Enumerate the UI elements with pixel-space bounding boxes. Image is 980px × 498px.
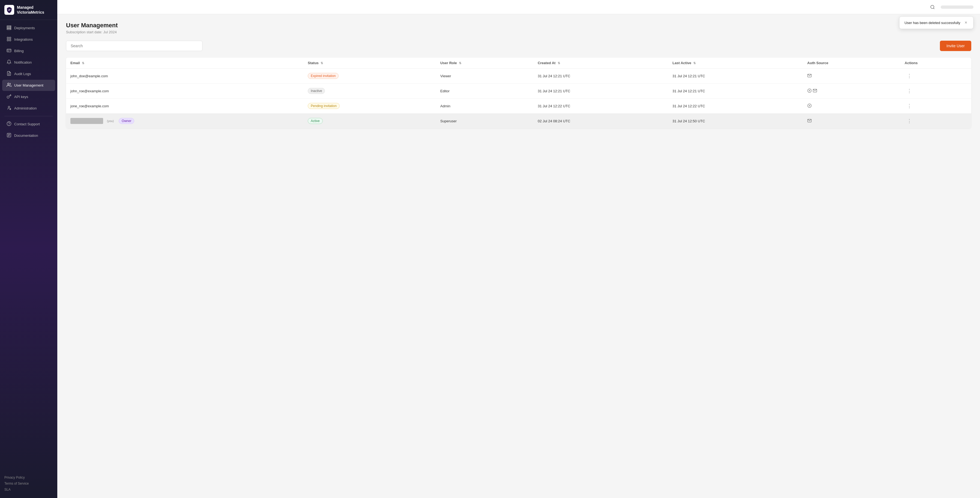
col-actions: Actions	[900, 57, 971, 69]
last-active-cell: 31 Jul 24 12:50 UTC	[668, 113, 803, 129]
sidebar-logo: Managed VictoriaMetrics	[0, 0, 57, 20]
created-sort-icon[interactable]: ⇅	[558, 61, 560, 65]
google-auth-icon	[807, 104, 812, 108]
sidebar-item-audit-logs[interactable]: Audit Logs	[2, 68, 55, 80]
email-cell: john_doe@eample.com	[66, 69, 303, 83]
billing-icon	[6, 48, 11, 54]
email-auth-icon	[807, 73, 812, 78]
logo-icon	[4, 5, 14, 15]
status-cell: Expired invitation	[303, 69, 436, 83]
actions-cell: ⋮	[900, 113, 971, 129]
sidebar-item-api-keys[interactable]: API keys	[2, 91, 55, 102]
status-badge: Pending invitation	[308, 103, 340, 109]
sidebar-item-integrations[interactable]: Integrations	[2, 34, 55, 45]
google-auth-icon	[807, 88, 812, 93]
audit-icon	[6, 71, 11, 77]
search-input[interactable]	[66, 41, 202, 51]
sidebar-item-label: Audit Logs	[14, 72, 31, 76]
sidebar-footer: Privacy Policy Terms of Service SLA	[0, 474, 57, 493]
email-sort-icon[interactable]: ⇅	[82, 61, 84, 65]
col-auth-source: Auth Source	[803, 57, 900, 69]
sidebar-item-label: Documentation	[14, 134, 38, 137]
toolbar: Invite User	[66, 41, 971, 51]
table-body: john_doe@eample.com Expired invitation V…	[66, 69, 971, 129]
email-cell: (you) Owner	[70, 118, 299, 124]
svg-point-17	[7, 122, 11, 126]
toast-notification: User has been deleted successfully ×	[899, 16, 974, 29]
role-sort-icon[interactable]: ⇅	[459, 61, 461, 65]
last-active-cell: 31 Jul 24 12:22 UTC	[668, 99, 803, 113]
svg-line-21	[933, 8, 934, 9]
sidebar-item-administration[interactable]: Administration	[2, 103, 55, 114]
sidebar-item-user-management[interactable]: User Management	[2, 80, 55, 91]
svg-point-5	[10, 29, 11, 29]
support-icon	[6, 121, 11, 127]
status-sort-icon[interactable]: ⇅	[321, 61, 323, 65]
role-cell: Admin	[436, 99, 533, 113]
auth-source-cell	[803, 99, 900, 113]
server-icon	[6, 25, 11, 31]
status-cell: Active	[303, 113, 436, 129]
created-at-cell: 31 Jul 24 12:21 UTC	[533, 69, 668, 83]
topbar-search-button[interactable]	[928, 2, 937, 12]
privacy-policy-link[interactable]: Privacy Policy	[4, 474, 53, 480]
bell-icon	[6, 59, 11, 65]
table-row: (you) Owner Active Superuser 02 Jul 24 0…	[66, 113, 971, 129]
row-actions-button[interactable]: ⋮	[905, 72, 914, 80]
created-at-cell: 31 Jul 24 12:22 UTC	[533, 99, 668, 113]
admin-icon	[6, 105, 11, 111]
sidebar-item-label: Administration	[14, 106, 37, 110]
col-last-active: Last Active ⇅	[668, 57, 803, 69]
owner-badge: Owner	[119, 118, 134, 124]
page-subtitle: Subscription start date: Jul 2024	[66, 30, 971, 34]
users-icon	[6, 83, 11, 88]
table-row: john_roe@example.com Inactive Editor 31 …	[66, 83, 971, 99]
status-cell: Pending invitation	[303, 99, 436, 113]
email-cell: jone_roe@example.com	[66, 99, 303, 113]
sidebar-item-notification[interactable]: Notification	[2, 57, 55, 68]
users-table: Email ⇅ Status ⇅ User Role ⇅ Created At …	[66, 57, 971, 128]
row-actions-button[interactable]: ⋮	[905, 87, 914, 94]
you-badge: (you)	[105, 119, 116, 123]
status-badge: Expired invitation	[308, 73, 339, 79]
sidebar-item-billing[interactable]: Billing	[2, 45, 55, 56]
last-active-sort-icon[interactable]: ⇅	[693, 61, 696, 65]
table-header: Email ⇅ Status ⇅ User Role ⇅ Created At …	[66, 57, 971, 69]
terms-of-service-link[interactable]: Terms of Service	[4, 480, 53, 487]
integrations-icon	[6, 37, 11, 42]
sidebar-item-contact-support[interactable]: Contact Support	[2, 118, 55, 130]
toast-close-button[interactable]: ×	[964, 21, 968, 25]
sidebar-item-documentation[interactable]: Documentation	[2, 130, 55, 141]
status-cell: Inactive	[303, 83, 436, 99]
sidebar: Managed VictoriaMetrics Deployments Inte…	[0, 0, 57, 498]
col-created-at: Created At ⇅	[533, 57, 668, 69]
status-badge: Active	[308, 118, 323, 124]
svg-point-15	[8, 106, 10, 108]
sla-link[interactable]: SLA	[4, 487, 53, 493]
logo-text: Managed VictoriaMetrics	[17, 5, 44, 15]
table-row: john_doe@eample.com Expired invitation V…	[66, 69, 971, 83]
auth-source-cell	[803, 113, 900, 129]
email-text: john_doe@eample.com	[70, 74, 108, 78]
auth-source-cell	[803, 83, 900, 99]
role-cell: Superuser	[436, 113, 533, 129]
toast-message: User has been deleted successfully	[904, 21, 960, 25]
row-actions-button[interactable]: ⋮	[905, 117, 914, 124]
row-actions-button[interactable]: ⋮	[905, 102, 914, 110]
email-text: jone_roe@example.com	[70, 104, 109, 108]
auth-source-cell	[803, 69, 900, 83]
page-body: User Management Subscription start date:…	[57, 14, 980, 498]
email-auth-icon	[813, 88, 817, 93]
role-cell: Editor	[436, 83, 533, 99]
search-wrapper	[66, 41, 202, 51]
svg-rect-9	[10, 40, 11, 41]
sidebar-item-deployments[interactable]: Deployments	[2, 22, 55, 34]
created-at-cell: 02 Jul 24 08:24 UTC	[533, 113, 668, 129]
invite-user-button[interactable]: Invite User	[940, 41, 971, 51]
col-email: Email ⇅	[66, 57, 303, 69]
actions-cell: ⋮	[900, 83, 971, 99]
topbar-user-button[interactable]	[941, 5, 974, 9]
svg-point-20	[931, 5, 934, 8]
sidebar-item-label: Deployments	[14, 26, 35, 30]
col-user-role: User Role ⇅	[436, 57, 533, 69]
